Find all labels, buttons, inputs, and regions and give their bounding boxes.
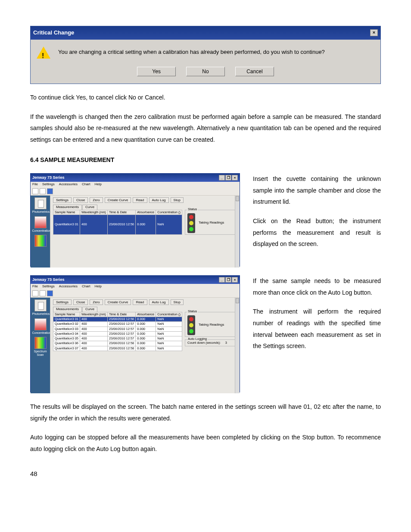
menu-help[interactable]: Help — [94, 285, 101, 289]
table-row[interactable]: Quantitation3 0640023/06/2010 12:580.000… — [53, 341, 182, 346]
menu-chart[interactable]: Chart — [82, 183, 90, 187]
tab-measurements[interactable]: Measurements — [53, 205, 82, 210]
menu-help[interactable]: Help — [94, 183, 101, 187]
stop-button[interactable]: Stop — [171, 197, 184, 203]
zero-button[interactable]: Zero — [90, 299, 103, 305]
sidebar-item-photometrics[interactable]: Photometrics — [32, 299, 49, 316]
col-concentration: Concentration () — [156, 210, 182, 215]
table-cell: 400 — [80, 322, 108, 327]
table-row[interactable]: Quantitation3 0340023/06/2010 12:570.000… — [53, 327, 182, 331]
cancel-button[interactable]: Cancel — [235, 67, 274, 76]
create-curve-button[interactable]: Create Curve — [105, 299, 131, 305]
col-wavelength: Wavelength (nm) — [80, 210, 108, 215]
yes-button[interactable]: Yes — [137, 67, 176, 76]
spectrum-icon — [34, 235, 47, 247]
photometrics-icon — [34, 299, 47, 311]
col-sample-name: Sample Name — [53, 312, 80, 317]
minimize-icon[interactable]: _ — [219, 277, 225, 283]
sidebar-item-concentration[interactable]: Concentration — [32, 318, 49, 335]
table-cell: Quantitation3 04 — [53, 331, 80, 336]
sidebar-item-photometrics[interactable]: Photometrics — [32, 197, 49, 214]
status-text: Taking Readings — [199, 323, 224, 327]
toolbar-icon[interactable] — [32, 188, 38, 194]
settings-button[interactable]: Settings — [53, 197, 72, 203]
status-label: Status — [187, 208, 198, 211]
table-cell: 400 — [80, 336, 108, 341]
settings-button[interactable]: Settings — [53, 299, 72, 305]
table-cell: Quantitation3 03 — [53, 327, 80, 331]
tab-curve[interactable]: Curve — [82, 307, 97, 312]
table-row[interactable]: Quantitation3 0540023/06/2010 12:570.000… — [53, 336, 182, 341]
table-row[interactable]: Quantitation3 0240023/06/2010 12:570.000… — [53, 322, 182, 327]
critical-change-dialog: Critical Change × You are changing a cri… — [30, 26, 381, 84]
table-row[interactable]: Quantitation3 0140023/06/2010 12:560.000… — [53, 215, 182, 235]
menubar: File Settings Accessories Chart Help — [31, 182, 240, 187]
close-icon[interactable]: × — [232, 175, 238, 180]
maximize-icon[interactable]: ❐ — [225, 277, 231, 283]
table-row[interactable]: Quantitation3 0140023/06/2010 12:560.000… — [53, 317, 182, 322]
close-button[interactable]: Close — [73, 197, 88, 203]
table-cell: Quantitation3 01 — [53, 215, 80, 235]
results-table: Sample Name Wavelength (nm) Time & Date … — [53, 312, 182, 351]
autolog-button[interactable]: Auto Log — [149, 299, 169, 305]
table-cell: NaN — [156, 346, 182, 351]
app-screenshot-1: Jenway 73 Series _ ❐ × File Settings Acc… — [30, 173, 240, 267]
col-wavelength: Wavelength (nm) — [80, 312, 108, 317]
scrollbar[interactable] — [235, 196, 240, 268]
stop-button[interactable]: Stop — [171, 299, 184, 305]
maximize-icon[interactable]: ❐ — [225, 175, 231, 180]
traffic-light-icon — [187, 213, 195, 233]
menu-file[interactable]: File — [32, 285, 38, 289]
dialog-body: You are changing a critical setting when… — [31, 40, 380, 84]
section-heading: 6.4 SAMPLE MEASUREMENT — [30, 154, 381, 166]
table-cell: NaN — [156, 327, 182, 331]
sidebar-label: Concentration — [32, 331, 51, 334]
sidebar-item-spectrum[interactable] — [32, 235, 49, 248]
sidebar-label: Photometrics — [32, 210, 50, 213]
close-button[interactable]: Close — [73, 299, 88, 305]
sidebar-label: Photometrics — [32, 312, 50, 315]
toolbar-icon[interactable] — [40, 188, 46, 194]
page-number: 48 — [30, 468, 381, 480]
read-button[interactable]: Read — [133, 299, 147, 305]
close-icon[interactable]: × — [232, 277, 238, 283]
toolbar-icon[interactable] — [40, 290, 46, 296]
table-cell: 400 — [80, 215, 108, 235]
scrollbar[interactable] — [235, 298, 240, 393]
close-icon[interactable]: × — [370, 29, 378, 36]
table-cell: 23/06/2010 12:57 — [107, 327, 135, 331]
no-button[interactable]: No — [186, 67, 225, 76]
table-row[interactable]: Quantitation3 0440023/06/2010 12:570.000… — [53, 331, 182, 336]
body-paragraph: Insert the cuvette containing the unknow… — [253, 173, 381, 208]
status-text: Taking Readings — [199, 221, 224, 225]
save-icon[interactable] — [47, 188, 53, 194]
table-cell: NaN — [156, 215, 182, 235]
autolog-button[interactable]: Auto Log — [149, 197, 169, 203]
menu-settings[interactable]: Settings — [42, 285, 55, 289]
sidebar-item-concentration[interactable]: Concentration — [32, 216, 49, 233]
table-cell: 400 — [80, 331, 108, 336]
menu-settings[interactable]: Settings — [42, 183, 55, 187]
menu-chart[interactable]: Chart — [82, 285, 90, 289]
menu-file[interactable]: File — [32, 183, 38, 187]
tab-measurements[interactable]: Measurements — [53, 307, 82, 312]
concentration-icon — [34, 318, 47, 330]
sidebar: Photometrics Concentration — [31, 196, 50, 268]
table-cell: 0.000 — [136, 322, 156, 327]
menu-accessories[interactable]: Accessories — [59, 285, 78, 289]
minimize-icon[interactable]: _ — [219, 175, 225, 180]
results-table: Sample Name Wavelength (nm) Time & Date … — [53, 210, 182, 235]
menu-accessories[interactable]: Accessories — [59, 183, 78, 187]
concentration-icon — [34, 216, 47, 228]
create-curve-button[interactable]: Create Curve — [105, 197, 131, 203]
toolbar-icon[interactable] — [32, 290, 38, 296]
table-row[interactable]: Quantitation3 0740023/06/2010 12:580.000… — [53, 346, 182, 351]
sidebar-item-spectrum[interactable]: Spectrum Scan — [32, 337, 49, 356]
content-area: Settings Close Zero Create Curve Read Au… — [50, 298, 240, 393]
table-cell: Quantitation3 07 — [53, 346, 80, 351]
save-icon[interactable] — [47, 290, 53, 296]
read-button[interactable]: Read — [133, 197, 147, 203]
tab-curve[interactable]: Curve — [82, 205, 97, 210]
zero-button[interactable]: Zero — [90, 197, 103, 203]
table-cell: 23/06/2010 12:58 — [107, 341, 135, 346]
